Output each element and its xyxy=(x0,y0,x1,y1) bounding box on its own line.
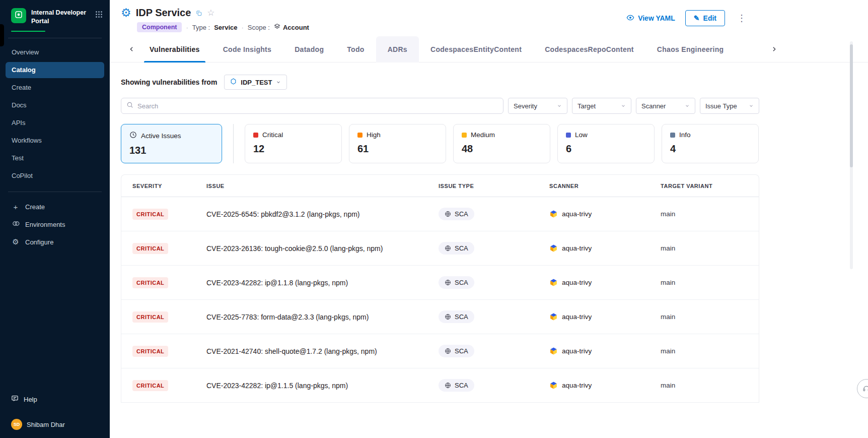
app-grid-icon[interactable] xyxy=(95,11,103,20)
scanner-cell: aqua-trivy xyxy=(549,381,661,390)
sca-icon xyxy=(445,279,451,286)
sca-icon xyxy=(445,348,451,354)
summary-card-active-issues[interactable]: Active Issues 131 xyxy=(121,124,222,163)
issue-type-pill: SCA xyxy=(439,208,474,220)
issue-type-pill: SCA xyxy=(439,242,474,255)
avatar: SD xyxy=(11,419,22,430)
nav-collapse-handle[interactable] xyxy=(0,24,4,46)
target-filter[interactable]: Target xyxy=(572,98,631,114)
severity-dot-low xyxy=(566,133,571,138)
trivy-icon xyxy=(549,312,558,321)
account-scope-icon xyxy=(274,23,280,31)
help-button[interactable]: Help xyxy=(11,395,99,404)
issue-text: CVE-2025-7783: form-data@2.3.3 (lang-pkg… xyxy=(206,313,439,321)
sidebar-action-environments[interactable]: Environments xyxy=(6,216,104,233)
entity-meta-row: Component · Type : Service · Scope : Acc… xyxy=(137,22,309,32)
table-row[interactable]: CRITICAL CVE-2023-42282: ip@1.1.5 (lang-… xyxy=(121,368,759,403)
sca-icon xyxy=(445,245,451,252)
sidebar-item-workflows[interactable]: Workflows xyxy=(6,133,104,149)
search-input[interactable] xyxy=(137,102,498,110)
severity-badge: CRITICAL xyxy=(132,346,168,357)
sca-icon xyxy=(445,382,451,389)
table-row[interactable]: CRITICAL CVE-2023-26136: tough-cookie@2.… xyxy=(121,231,759,266)
module-accent-bar xyxy=(11,31,45,32)
card-label: Medium xyxy=(471,131,495,139)
col-header-severity: SEVERITY xyxy=(132,183,206,189)
page-title: IDP Service xyxy=(136,7,191,19)
sidebar-divider xyxy=(8,38,102,38)
severity-badge: CRITICAL xyxy=(132,243,168,254)
cards-divider xyxy=(233,124,234,163)
target-variant: main xyxy=(661,244,759,252)
target-variant: main xyxy=(661,347,759,355)
table-row[interactable]: CRITICAL CVE-2025-6545: pbkdf2@3.1.2 (la… xyxy=(121,197,759,231)
sidebar-action-label: Configure xyxy=(25,238,53,246)
severity-dot-critical xyxy=(253,133,258,138)
tab-datadog[interactable]: Datadog xyxy=(283,36,335,62)
sidebar-item-overview[interactable]: Overview xyxy=(6,44,104,60)
issue-text: CVE-2025-6545: pbkdf2@3.1.2 (lang-pkgs, … xyxy=(206,210,439,218)
scrollbar-thumb[interactable] xyxy=(850,44,853,167)
tab-bar: Vulnerabilities Code Insights Datadog To… xyxy=(110,36,868,62)
portal-logo[interactable] xyxy=(11,8,26,23)
sidebar-item-test[interactable]: Test xyxy=(6,150,104,166)
favorite-star-icon[interactable]: ☆ xyxy=(207,8,214,18)
tab-code-insights[interactable]: Code Insights xyxy=(211,36,283,62)
tab-todo[interactable]: Todo xyxy=(335,36,376,62)
copy-icon[interactable] xyxy=(195,10,202,17)
table-header-row: SEVERITY ISSUE ISSUE TYPE SCANNER TARGET… xyxy=(121,175,759,197)
sidebar-item-create[interactable]: Create xyxy=(6,80,104,96)
summary-card-high[interactable]: High 61 xyxy=(349,124,446,163)
scanner-cell: aqua-trivy xyxy=(549,244,661,253)
meta-separator: · xyxy=(186,24,188,31)
type-value: Service xyxy=(214,24,237,31)
summary-card-critical[interactable]: Critical 12 xyxy=(245,124,342,163)
tab-adrs[interactable]: ADRs xyxy=(376,36,419,62)
col-header-issue-type: ISSUE TYPE xyxy=(439,183,549,189)
view-yaml-link[interactable]: View YAML xyxy=(626,14,675,23)
sidebar-logo-row: Internal Developer Portal xyxy=(0,0,110,26)
table-row[interactable]: CRITICAL CVE-2021-42740: shell-quote@1.7… xyxy=(121,334,759,368)
more-options-icon[interactable]: ⋮ xyxy=(735,13,748,24)
summary-card-info[interactable]: Info 4 xyxy=(662,124,759,163)
tab-codespaces-entity-content[interactable]: CodespacesEntityContent xyxy=(419,36,533,62)
chevron-down-icon xyxy=(557,103,562,108)
help-icon xyxy=(11,395,19,404)
main-panel: ⚙ IDP Service ☆ Component · Type : Servi… xyxy=(110,0,868,438)
chevron-down-icon xyxy=(621,103,626,108)
scanner-filter[interactable]: Scanner xyxy=(636,98,695,114)
sidebar-item-catalog[interactable]: Catalog xyxy=(6,62,104,78)
vulnerabilities-table: SEVERITY ISSUE ISSUE TYPE SCANNER TARGET… xyxy=(121,174,759,403)
issue-type-pill: SCA xyxy=(439,345,474,357)
tab-vulnerabilities[interactable]: Vulnerabilities xyxy=(138,36,211,62)
table-row[interactable]: CRITICAL CVE-2023-42282: ip@1.1.8 (lang-… xyxy=(121,266,759,300)
trivy-icon xyxy=(549,278,558,287)
summary-card-low[interactable]: Low 6 xyxy=(557,124,655,163)
severity-filter[interactable]: Severity xyxy=(508,98,567,114)
card-label: Low xyxy=(575,131,588,139)
tab-chaos-engineering[interactable]: Chaos Engineering xyxy=(645,36,736,62)
sidebar-item-copilot[interactable]: CoPilot xyxy=(6,168,104,184)
search-box xyxy=(121,98,503,114)
sidebar-item-apis[interactable]: APIs xyxy=(6,115,104,131)
target-variant: main xyxy=(661,382,759,389)
sidebar-item-docs[interactable]: Docs xyxy=(6,97,104,113)
tabs-scroll-left-icon[interactable] xyxy=(125,40,138,58)
card-label: High xyxy=(367,131,381,139)
issue-type-filter[interactable]: Issue Type xyxy=(700,98,759,114)
sidebar-action-configure[interactable]: ⚙ Configure xyxy=(6,233,104,251)
summary-card-medium[interactable]: Medium 48 xyxy=(453,124,550,163)
type-label: Type : xyxy=(192,24,210,31)
tab-codespaces-repo-content[interactable]: CodespacesRepoContent xyxy=(533,36,645,62)
tabs-scroll-right-icon[interactable] xyxy=(767,40,780,58)
environments-icon xyxy=(12,220,20,229)
target-variant: main xyxy=(661,313,759,321)
sidebar-action-create[interactable]: + Create xyxy=(6,198,104,216)
gear-icon: ⚙ xyxy=(12,237,20,246)
page-scrollbar[interactable] xyxy=(850,41,853,269)
project-selector[interactable]: IDP_TEST xyxy=(224,75,287,90)
table-row[interactable]: CRITICAL CVE-2025-7783: form-data@2.3.3 … xyxy=(121,300,759,334)
edit-button[interactable]: ✎ Edit xyxy=(685,10,725,26)
meta-separator: · xyxy=(241,24,243,31)
user-menu[interactable]: SD Shibam Dhar xyxy=(11,419,99,430)
